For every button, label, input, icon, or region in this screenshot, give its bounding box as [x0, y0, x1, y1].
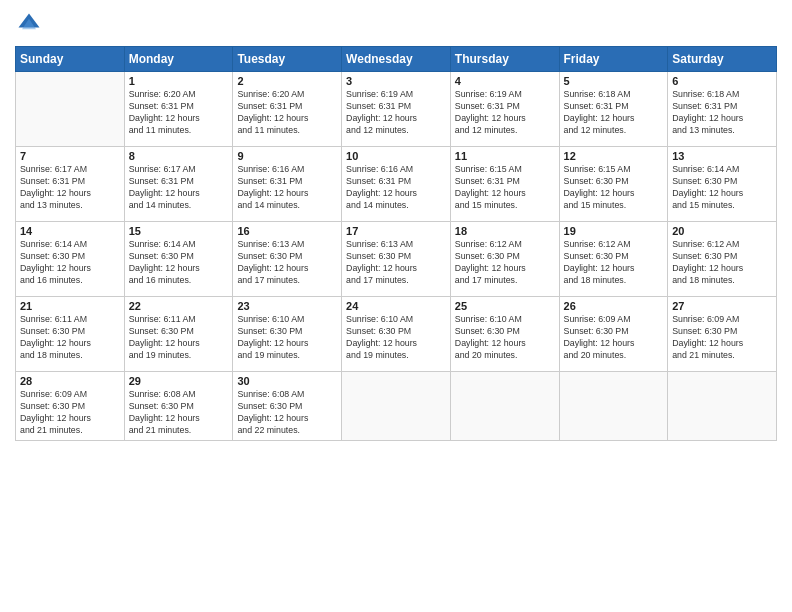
- calendar-day-cell: 12Sunrise: 6:15 AMSunset: 6:30 PMDayligh…: [559, 147, 668, 222]
- day-number: 30: [237, 375, 337, 387]
- day-number: 6: [672, 75, 772, 87]
- day-info: Sunrise: 6:14 AMSunset: 6:30 PMDaylight:…: [20, 239, 120, 287]
- page: SundayMondayTuesdayWednesdayThursdayFrid…: [0, 0, 792, 612]
- day-info: Sunrise: 6:09 AMSunset: 6:30 PMDaylight:…: [672, 314, 772, 362]
- day-number: 26: [564, 300, 664, 312]
- day-of-week-header: Saturday: [668, 47, 777, 72]
- day-info: Sunrise: 6:17 AMSunset: 6:31 PMDaylight:…: [20, 164, 120, 212]
- day-info: Sunrise: 6:12 AMSunset: 6:30 PMDaylight:…: [455, 239, 555, 287]
- day-number: 10: [346, 150, 446, 162]
- logo: [15, 10, 47, 38]
- day-number: 5: [564, 75, 664, 87]
- day-info: Sunrise: 6:18 AMSunset: 6:31 PMDaylight:…: [564, 89, 664, 137]
- day-info: Sunrise: 6:19 AMSunset: 6:31 PMDaylight:…: [346, 89, 446, 137]
- calendar-day-cell: 13Sunrise: 6:14 AMSunset: 6:30 PMDayligh…: [668, 147, 777, 222]
- calendar-week-row: 1Sunrise: 6:20 AMSunset: 6:31 PMDaylight…: [16, 72, 777, 147]
- calendar-day-cell: 16Sunrise: 6:13 AMSunset: 6:30 PMDayligh…: [233, 222, 342, 297]
- calendar-day-cell: 29Sunrise: 6:08 AMSunset: 6:30 PMDayligh…: [124, 372, 233, 441]
- day-number: 24: [346, 300, 446, 312]
- day-number: 22: [129, 300, 229, 312]
- day-of-week-header: Friday: [559, 47, 668, 72]
- day-info: Sunrise: 6:13 AMSunset: 6:30 PMDaylight:…: [237, 239, 337, 287]
- day-info: Sunrise: 6:19 AMSunset: 6:31 PMDaylight:…: [455, 89, 555, 137]
- calendar-day-cell: 7Sunrise: 6:17 AMSunset: 6:31 PMDaylight…: [16, 147, 125, 222]
- day-info: Sunrise: 6:15 AMSunset: 6:30 PMDaylight:…: [564, 164, 664, 212]
- day-info: Sunrise: 6:17 AMSunset: 6:31 PMDaylight:…: [129, 164, 229, 212]
- day-number: 16: [237, 225, 337, 237]
- calendar-day-cell: [559, 372, 668, 441]
- day-info: Sunrise: 6:20 AMSunset: 6:31 PMDaylight:…: [237, 89, 337, 137]
- day-info: Sunrise: 6:09 AMSunset: 6:30 PMDaylight:…: [564, 314, 664, 362]
- calendar-week-row: 7Sunrise: 6:17 AMSunset: 6:31 PMDaylight…: [16, 147, 777, 222]
- day-info: Sunrise: 6:20 AMSunset: 6:31 PMDaylight:…: [129, 89, 229, 137]
- day-number: 25: [455, 300, 555, 312]
- calendar-day-cell: 9Sunrise: 6:16 AMSunset: 6:31 PMDaylight…: [233, 147, 342, 222]
- day-of-week-header: Wednesday: [342, 47, 451, 72]
- day-info: Sunrise: 6:12 AMSunset: 6:30 PMDaylight:…: [672, 239, 772, 287]
- calendar-day-cell: [16, 72, 125, 147]
- calendar-day-cell: [668, 372, 777, 441]
- calendar-day-cell: 23Sunrise: 6:10 AMSunset: 6:30 PMDayligh…: [233, 297, 342, 372]
- day-number: 18: [455, 225, 555, 237]
- day-info: Sunrise: 6:16 AMSunset: 6:31 PMDaylight:…: [346, 164, 446, 212]
- day-number: 13: [672, 150, 772, 162]
- day-number: 11: [455, 150, 555, 162]
- calendar-day-cell: 5Sunrise: 6:18 AMSunset: 6:31 PMDaylight…: [559, 72, 668, 147]
- day-number: 20: [672, 225, 772, 237]
- calendar-day-cell: 11Sunrise: 6:15 AMSunset: 6:31 PMDayligh…: [450, 147, 559, 222]
- day-info: Sunrise: 6:11 AMSunset: 6:30 PMDaylight:…: [129, 314, 229, 362]
- day-number: 9: [237, 150, 337, 162]
- calendar-body: 1Sunrise: 6:20 AMSunset: 6:31 PMDaylight…: [16, 72, 777, 441]
- day-number: 19: [564, 225, 664, 237]
- calendar-day-cell: 14Sunrise: 6:14 AMSunset: 6:30 PMDayligh…: [16, 222, 125, 297]
- calendar-week-row: 28Sunrise: 6:09 AMSunset: 6:30 PMDayligh…: [16, 372, 777, 441]
- day-of-week-header: Thursday: [450, 47, 559, 72]
- calendar-table: SundayMondayTuesdayWednesdayThursdayFrid…: [15, 46, 777, 441]
- calendar-day-cell: 30Sunrise: 6:08 AMSunset: 6:30 PMDayligh…: [233, 372, 342, 441]
- calendar-day-cell: 17Sunrise: 6:13 AMSunset: 6:30 PMDayligh…: [342, 222, 451, 297]
- day-info: Sunrise: 6:10 AMSunset: 6:30 PMDaylight:…: [346, 314, 446, 362]
- day-number: 4: [455, 75, 555, 87]
- calendar-day-cell: 10Sunrise: 6:16 AMSunset: 6:31 PMDayligh…: [342, 147, 451, 222]
- day-info: Sunrise: 6:18 AMSunset: 6:31 PMDaylight:…: [672, 89, 772, 137]
- day-info: Sunrise: 6:08 AMSunset: 6:30 PMDaylight:…: [129, 389, 229, 437]
- calendar-day-cell: 25Sunrise: 6:10 AMSunset: 6:30 PMDayligh…: [450, 297, 559, 372]
- calendar-header-row: SundayMondayTuesdayWednesdayThursdayFrid…: [16, 47, 777, 72]
- day-of-week-header: Monday: [124, 47, 233, 72]
- calendar-day-cell: 28Sunrise: 6:09 AMSunset: 6:30 PMDayligh…: [16, 372, 125, 441]
- calendar-day-cell: 21Sunrise: 6:11 AMSunset: 6:30 PMDayligh…: [16, 297, 125, 372]
- calendar-day-cell: 3Sunrise: 6:19 AMSunset: 6:31 PMDaylight…: [342, 72, 451, 147]
- day-number: 17: [346, 225, 446, 237]
- day-number: 2: [237, 75, 337, 87]
- day-number: 27: [672, 300, 772, 312]
- day-info: Sunrise: 6:15 AMSunset: 6:31 PMDaylight:…: [455, 164, 555, 212]
- day-info: Sunrise: 6:16 AMSunset: 6:31 PMDaylight:…: [237, 164, 337, 212]
- day-info: Sunrise: 6:14 AMSunset: 6:30 PMDaylight:…: [129, 239, 229, 287]
- calendar-day-cell: 24Sunrise: 6:10 AMSunset: 6:30 PMDayligh…: [342, 297, 451, 372]
- day-info: Sunrise: 6:09 AMSunset: 6:30 PMDaylight:…: [20, 389, 120, 437]
- calendar-day-cell: 26Sunrise: 6:09 AMSunset: 6:30 PMDayligh…: [559, 297, 668, 372]
- calendar-day-cell: 2Sunrise: 6:20 AMSunset: 6:31 PMDaylight…: [233, 72, 342, 147]
- day-number: 1: [129, 75, 229, 87]
- header: [15, 10, 777, 38]
- day-info: Sunrise: 6:13 AMSunset: 6:30 PMDaylight:…: [346, 239, 446, 287]
- day-number: 23: [237, 300, 337, 312]
- day-of-week-header: Tuesday: [233, 47, 342, 72]
- calendar-day-cell: 6Sunrise: 6:18 AMSunset: 6:31 PMDaylight…: [668, 72, 777, 147]
- day-number: 21: [20, 300, 120, 312]
- calendar-day-cell: 8Sunrise: 6:17 AMSunset: 6:31 PMDaylight…: [124, 147, 233, 222]
- day-number: 29: [129, 375, 229, 387]
- calendar-day-cell: 20Sunrise: 6:12 AMSunset: 6:30 PMDayligh…: [668, 222, 777, 297]
- calendar-day-cell: 27Sunrise: 6:09 AMSunset: 6:30 PMDayligh…: [668, 297, 777, 372]
- calendar-day-cell: [450, 372, 559, 441]
- day-number: 8: [129, 150, 229, 162]
- calendar-day-cell: 1Sunrise: 6:20 AMSunset: 6:31 PMDaylight…: [124, 72, 233, 147]
- calendar-week-row: 14Sunrise: 6:14 AMSunset: 6:30 PMDayligh…: [16, 222, 777, 297]
- calendar-day-cell: 22Sunrise: 6:11 AMSunset: 6:30 PMDayligh…: [124, 297, 233, 372]
- day-number: 15: [129, 225, 229, 237]
- day-info: Sunrise: 6:10 AMSunset: 6:30 PMDaylight:…: [455, 314, 555, 362]
- day-info: Sunrise: 6:10 AMSunset: 6:30 PMDaylight:…: [237, 314, 337, 362]
- day-number: 3: [346, 75, 446, 87]
- day-info: Sunrise: 6:12 AMSunset: 6:30 PMDaylight:…: [564, 239, 664, 287]
- day-number: 28: [20, 375, 120, 387]
